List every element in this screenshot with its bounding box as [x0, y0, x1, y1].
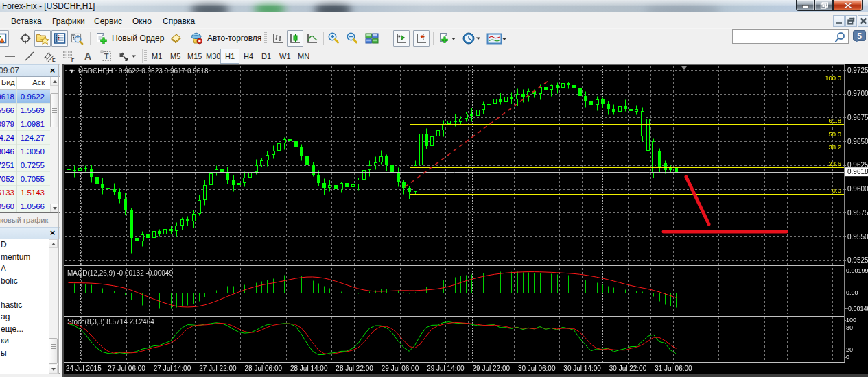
new-order-button[interactable]: Новый Ордер	[95, 31, 164, 46]
line-chart-button[interactable]	[304, 30, 320, 47]
market-watch-row[interactable]: 70520.7055	[0, 172, 50, 186]
search-icon	[834, 32, 846, 43]
desktop-blob-green	[254, 2, 285, 12]
scrollbar-grip	[51, 348, 56, 349]
autotrade-button[interactable]: Авто-торговля	[189, 31, 261, 46]
text-button[interactable]: A	[80, 49, 96, 64]
window-minimize-button[interactable]	[796, 0, 814, 11]
arrow-up-icon	[53, 80, 57, 83]
desktop-blob	[191, 1, 229, 12]
mdi-minimize-button[interactable]	[833, 15, 845, 27]
bar-chart-button[interactable]	[270, 30, 286, 47]
navigator-list: DmentumAbolichasticagеще...киы	[0, 239, 49, 374]
trendline-button[interactable]	[21, 49, 38, 64]
arrows-button[interactable]	[117, 49, 139, 64]
new-chart-button[interactable]	[436, 30, 458, 47]
bid-value: 7251	[0, 161, 14, 169]
bid-value: 5566	[0, 106, 14, 114]
strategy-tester-button[interactable]	[69, 30, 85, 47]
zoom-in-button[interactable]	[325, 30, 342, 47]
desktop-blob-dark	[314, 1, 351, 12]
timeframe-h4[interactable]: H4	[239, 49, 258, 64]
mql5-community-button[interactable]: 5	[853, 30, 866, 43]
profiles-icon	[462, 32, 481, 45]
navigator-item[interactable]: ag	[0, 311, 49, 324]
market-watch-header[interactable]: 09:07 ×	[0, 64, 60, 77]
chart-canvas[interactable]	[64, 64, 868, 377]
bid-value: 7052	[0, 175, 14, 183]
text-label-button[interactable]: T	[98, 49, 115, 64]
new-order-label: Новый Ордер	[112, 34, 164, 43]
stoch-label: Stoch(8,3,3) 8.5714 23.2464	[67, 318, 154, 326]
market-watch-row[interactable]: 51331.5143	[0, 186, 50, 199]
crosshair-icon	[19, 32, 32, 45]
metaeditor-button[interactable]	[168, 30, 185, 47]
chart-shift-button[interactable]	[413, 30, 430, 47]
toolbar-separator	[323, 32, 324, 45]
mql5-icon: 5	[853, 30, 866, 43]
terminal-icon	[54, 32, 66, 45]
close-icon	[843, 1, 852, 9]
tick-chart-tab[interactable]: ковый график	[0, 212, 60, 227]
mdi-close-icon	[860, 17, 867, 25]
navigator-item[interactable]: D	[0, 239, 49, 252]
chart-shift-icon	[415, 32, 427, 45]
equidistant-channel-button[interactable]: E	[41, 49, 58, 64]
ask-value: 1.3050	[21, 147, 45, 156]
arrow-down-icon	[53, 207, 57, 210]
crosshair-button[interactable]	[17, 30, 34, 47]
market-watch-row[interactable]: 96180.9622	[0, 90, 50, 104]
scroll-down-button[interactable]	[49, 365, 58, 374]
timeframe-d1[interactable]: D1	[257, 49, 276, 64]
navigator-item[interactable]: ки	[0, 335, 49, 348]
navigator-header[interactable]: ×	[0, 227, 60, 239]
auto-scroll-button[interactable]	[393, 30, 410, 47]
market-watch-row[interactable]: 4.24124.27	[0, 131, 50, 145]
title-bar: Forex-Fix - [USDCHF,H1]	[0, 0, 868, 12]
market-watch-row[interactable]: 55661.5569	[0, 104, 50, 117]
navigator-item[interactable]: hastic	[0, 300, 49, 312]
navigator-item[interactable]: ы	[0, 348, 49, 360]
line-studies-toolbar: E F A T M1M5M15M30H1H4D1W1MN	[0, 48, 868, 64]
navigator-item[interactable]: bolic	[0, 276, 49, 288]
navigator-close-button[interactable]: ×	[48, 228, 57, 238]
navigator-item[interactable]: еще...	[0, 324, 49, 336]
navigator-scrollbar[interactable]	[49, 239, 58, 374]
timeframe-w1[interactable]: W1	[274, 49, 296, 64]
candlestick-chart-button[interactable]	[287, 30, 303, 47]
fibonacci-button[interactable]: F	[60, 49, 77, 64]
navigator-item[interactable]	[0, 287, 49, 300]
tile-windows-icon	[365, 32, 379, 45]
market-watch-row[interactable]: 72510.7255	[0, 158, 50, 172]
candlestick-chart-icon	[289, 32, 301, 45]
timeframe-m1[interactable]: M1	[147, 49, 167, 64]
horizontal-line-button[interactable]	[2, 49, 19, 64]
timeframe-h1[interactable]: H1	[220, 49, 239, 64]
market-watch-close-button[interactable]: ×	[48, 66, 57, 75]
market-watch-column-header: Бид Аск	[0, 77, 50, 90]
collapse-arrow-icon: ▼	[69, 68, 75, 75]
mdi-close-button[interactable]	[858, 15, 868, 27]
horizontal-line-icon	[5, 51, 16, 62]
window-restore-button[interactable]	[814, 0, 833, 11]
scrollbar-thumb[interactable]	[49, 338, 58, 364]
market-watch-row[interactable]: 05601.0566	[0, 199, 50, 212]
market-watch-button[interactable]	[0, 30, 9, 47]
tick-chart-tab-label: ковый график	[0, 216, 48, 224]
scroll-up-button[interactable]	[49, 239, 58, 248]
window-close-button[interactable]	[833, 0, 863, 11]
profiles-button[interactable]	[460, 30, 482, 47]
market-watch-row[interactable]: 09791.0981	[0, 117, 50, 131]
navigator-item[interactable]: A	[0, 263, 49, 276]
search-box[interactable]	[732, 29, 849, 44]
terminal-button[interactable]	[51, 30, 68, 47]
mdi-restore-button[interactable]	[845, 15, 857, 27]
zoom-out-button[interactable]	[344, 30, 360, 47]
indicators-button[interactable]	[485, 30, 508, 47]
tile-windows-button[interactable]	[364, 30, 380, 47]
navigator-button[interactable]	[34, 30, 51, 47]
ask-value: 0.9622	[21, 93, 45, 101]
navigator-item[interactable]: mentum	[0, 252, 49, 264]
timeframe-mn[interactable]: MN	[293, 49, 314, 64]
market-watch-row[interactable]: 30461.3050	[0, 145, 50, 158]
